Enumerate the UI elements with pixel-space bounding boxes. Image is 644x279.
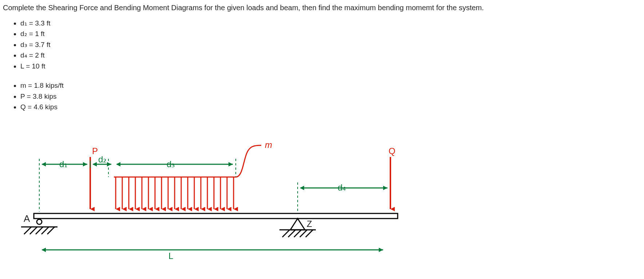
label-m: m (265, 140, 272, 150)
li-d1: d₁ = 3.3 ft (20, 18, 641, 28)
li-L: L = 10 ft (20, 61, 641, 71)
label-d4: d₄ (338, 182, 346, 192)
label-d2: d₂ (98, 154, 107, 164)
label-d1: d₁ (59, 159, 68, 169)
beam (34, 213, 398, 219)
li-d2: d₂ = 1 ft (20, 28, 641, 39)
li-m: m = 1.8 kips/ft (20, 80, 641, 91)
label-Z: Z (307, 219, 312, 229)
instruction-text: Complete the Shearing Force and Bending … (3, 3, 641, 13)
given-list-1: d₁ = 3.3 ft d₂ = 1 ft d₃ = 3.7 ft d₄ = 2… (20, 18, 641, 71)
label-d3: d₃ (167, 159, 175, 169)
li-d4: d₄ = 2 ft (20, 50, 641, 60)
load-m (114, 145, 261, 209)
li-P: P = 3.8 kips (20, 91, 641, 102)
svg-point-0 (37, 219, 42, 224)
label-P: P (92, 146, 98, 156)
given-list-2: m = 1.8 kips/ft P = 3.8 kips Q = 4.6 kip… (20, 80, 641, 112)
li-d3: d₃ = 3.7 ft (20, 39, 641, 50)
label-Q: Q (389, 146, 395, 156)
li-Q: Q = 4.6 kips (20, 102, 641, 112)
beam-diagram: A Z P Q m d₁ d₂ d₃ d₄ L (14, 128, 641, 266)
label-L: L (168, 251, 173, 261)
label-A: A (24, 213, 30, 224)
